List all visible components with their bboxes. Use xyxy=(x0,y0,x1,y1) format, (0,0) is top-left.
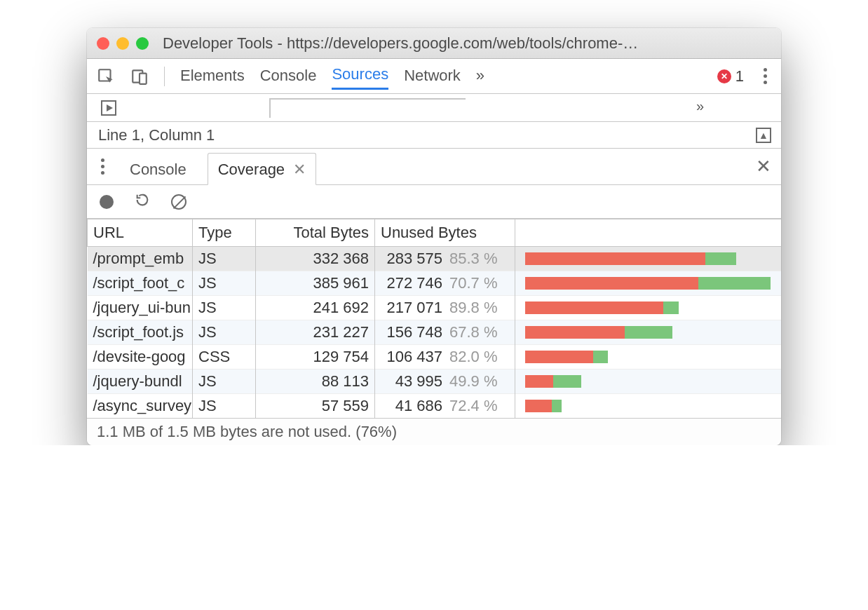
cell-total: 332 368 xyxy=(256,247,375,271)
cell-total: 88 113 xyxy=(256,370,375,394)
cell-unused: 272 74670.7 % xyxy=(375,271,515,296)
table-row[interactable]: /jquery-bundlJS88 11343 99549.9 % xyxy=(88,370,782,394)
drawer-menu-button[interactable] xyxy=(97,158,109,175)
close-drawer-icon[interactable]: ✕ xyxy=(756,156,771,177)
close-window-button[interactable] xyxy=(97,37,109,50)
col-header-unused[interactable]: Unused Bytes xyxy=(375,219,515,247)
navigator-toggle-icon[interactable] xyxy=(101,100,116,116)
svg-rect-2 xyxy=(140,73,147,83)
coverage-table: URL Type Total Bytes Unused Bytes /promp… xyxy=(87,219,781,418)
minimize-window-button[interactable] xyxy=(116,37,129,50)
tab-console[interactable]: Console xyxy=(260,67,317,89)
cell-usage-bar xyxy=(515,271,782,296)
cell-type: JS xyxy=(193,296,256,320)
cell-unused: 106 43782.0 % xyxy=(375,345,515,370)
cell-type: JS xyxy=(193,370,256,394)
cell-url: /jquery-bundl xyxy=(88,370,193,394)
table-row[interactable]: /jquery_ui-bunJS241 692217 07189.8 % xyxy=(88,296,782,320)
cell-total: 385 961 xyxy=(256,271,375,296)
devtools-window: Developer Tools - https://developers.goo… xyxy=(87,28,781,445)
clear-icon[interactable] xyxy=(171,194,187,210)
collapse-drawer-icon[interactable]: ▲ xyxy=(756,128,771,143)
cell-type: JS xyxy=(193,271,256,296)
tab-sources[interactable]: Sources xyxy=(332,65,388,90)
inspect-element-icon[interactable] xyxy=(97,67,115,86)
drawer-tab-label: Coverage xyxy=(218,161,285,179)
cell-url: /prompt_emb xyxy=(88,247,193,271)
close-tab-icon[interactable]: ✕ xyxy=(293,161,306,179)
cell-total: 231 227 xyxy=(256,320,375,345)
window-title: Developer Tools - https://developers.goo… xyxy=(163,34,771,53)
divider xyxy=(164,67,165,86)
col-header-total[interactable]: Total Bytes xyxy=(256,219,375,247)
cell-url: /async_survey xyxy=(88,394,193,419)
record-icon[interactable] xyxy=(100,195,114,209)
cell-usage-bar xyxy=(515,370,782,394)
cell-type: JS xyxy=(193,394,256,419)
cell-total: 57 559 xyxy=(256,394,375,419)
coverage-summary: 1.1 MB of 1.5 MB bytes are not used. (76… xyxy=(87,418,781,445)
error-icon xyxy=(717,69,731,83)
overflow-chevron-icon[interactable]: » xyxy=(696,98,704,114)
cell-url: /devsite-goog xyxy=(88,345,193,370)
tabs-overflow-icon[interactable]: » xyxy=(476,67,484,89)
cell-type: CSS xyxy=(193,345,256,370)
col-header-type[interactable]: Type xyxy=(193,219,256,247)
partial-box xyxy=(269,98,466,118)
cell-total: 241 692 xyxy=(256,296,375,320)
maximize-window-button[interactable] xyxy=(136,37,149,50)
editor-status-bar: Line 1, Column 1 ▲ xyxy=(87,122,781,149)
table-row[interactable]: /async_surveyJS57 55941 68672.4 % xyxy=(88,394,782,419)
main-menu-button[interactable] xyxy=(759,68,771,84)
col-header-bar xyxy=(515,219,782,247)
cell-unused: 43 99549.9 % xyxy=(375,370,515,394)
cell-usage-bar xyxy=(515,247,782,271)
cell-type: JS xyxy=(193,247,256,271)
drawer-tab-coverage[interactable]: Coverage ✕ xyxy=(208,153,316,185)
cell-type: JS xyxy=(193,320,256,345)
error-count-badge[interactable]: 1 xyxy=(717,67,744,86)
cell-usage-bar xyxy=(515,345,782,370)
cell-unused: 41 68672.4 % xyxy=(375,394,515,419)
reload-icon[interactable] xyxy=(135,192,150,212)
table-row[interactable]: /prompt_embJS332 368283 57585.3 % xyxy=(88,247,782,271)
cell-url: /script_foot_c xyxy=(88,271,193,296)
cell-url: /jquery_ui-bun xyxy=(88,296,193,320)
window-titlebar: Developer Tools - https://developers.goo… xyxy=(87,28,781,59)
device-toggle-icon[interactable] xyxy=(130,67,149,86)
drawer-tabbar: Console Coverage ✕ ✕ xyxy=(87,149,781,185)
table-row[interactable]: /script_foot.jsJS231 227156 74867.8 % xyxy=(88,320,782,345)
cursor-position: Line 1, Column 1 xyxy=(98,126,215,144)
drawer-tab-console[interactable]: Console xyxy=(120,154,196,184)
sources-subrow: » xyxy=(87,94,781,122)
cell-usage-bar xyxy=(515,394,782,419)
tab-elements[interactable]: Elements xyxy=(180,67,245,89)
cell-unused: 283 57585.3 % xyxy=(375,247,515,271)
tab-network[interactable]: Network xyxy=(404,67,461,89)
main-tabbar: Elements Console Sources Network » 1 xyxy=(87,59,781,94)
cell-url: /script_foot.js xyxy=(88,320,193,345)
error-count: 1 xyxy=(735,67,744,86)
table-row[interactable]: /devsite-googCSS129 754106 43782.0 % xyxy=(88,345,782,370)
cell-usage-bar xyxy=(515,320,782,345)
coverage-toolbar xyxy=(87,185,781,219)
col-header-url[interactable]: URL xyxy=(88,219,193,247)
cell-usage-bar xyxy=(515,296,782,320)
cell-unused: 217 07189.8 % xyxy=(375,296,515,320)
table-row[interactable]: /script_foot_cJS385 961272 74670.7 % xyxy=(88,271,782,296)
cell-total: 129 754 xyxy=(256,345,375,370)
cell-unused: 156 74867.8 % xyxy=(375,320,515,345)
